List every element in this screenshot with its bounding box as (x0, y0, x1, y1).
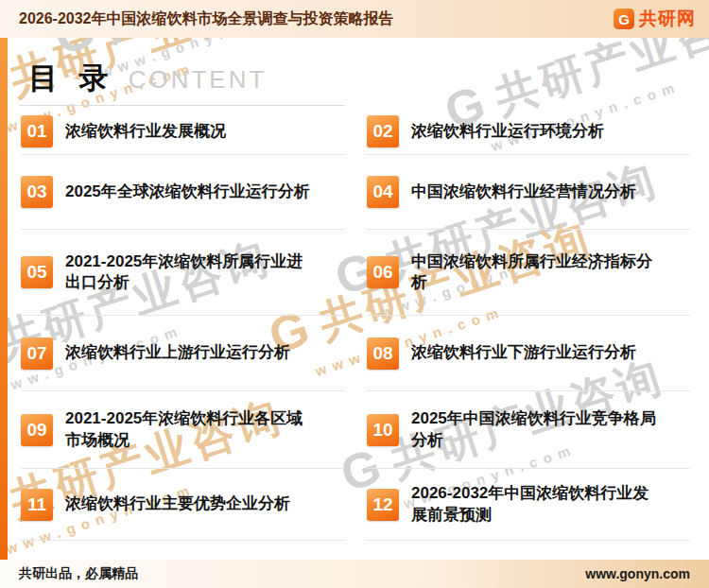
toc-item-number: 07 (21, 337, 53, 370)
header-bar: 2026-2032年中国浓缩饮料市场全景调查与投资策略报告 G 共研网 (0, 0, 709, 38)
toc-item-label: 2021-2025年浓缩饮料所属行业进出口分析 (65, 251, 319, 294)
heading-divider (19, 105, 345, 106)
toc-item-number: 08 (367, 337, 399, 370)
brand-name: 共研网 (639, 7, 696, 31)
toc-item: 10 2025年中国浓缩饮料行业竞争格局分析 (367, 391, 690, 469)
toc-item: 07 浓缩饮料行业上游行业运行分析 (21, 316, 344, 391)
toc-item-number: 11 (21, 489, 53, 521)
toc-item: 12 2026-2032年中国浓缩饮料行业发展前景预测 (367, 469, 690, 541)
toc-heading-row: 目 录 CONTENT (28, 59, 709, 98)
report-toc-page: G共研产业咨询 www.gonyn.com G共研产业咨询 www.gonyn.… (0, 0, 709, 588)
toc-item-label: 浓缩饮料行业上游行业运行分析 (65, 342, 290, 363)
toc-item-label: 2026-2032年中国浓缩饮料行业发展前景预测 (411, 483, 665, 526)
brand-logo: G 共研网 (614, 7, 696, 31)
toc-item-number: 03 (21, 176, 53, 208)
toc-item-number: 10 (367, 414, 399, 446)
toc-item-number: 06 (367, 256, 399, 288)
toc-item-label: 2025年中国浓缩饮料行业竞争格局分析 (411, 408, 665, 451)
toc-item: 06 中国浓缩饮料所属行业经济指标分析 (367, 230, 690, 316)
toc-item: 05 2021-2025年浓缩饮料所属行业进出口分析 (21, 230, 344, 316)
toc-grid: 01 浓缩饮料行业发展概况 02 浓缩饮料行业运行环境分析 03 2025年全球… (21, 109, 690, 541)
toc-heading: 目 录 (28, 59, 115, 98)
toc-item-label: 浓缩饮料行业运行环境分析 (411, 121, 604, 142)
toc-item-number: 09 (21, 414, 53, 446)
brand-logo-icon: G (614, 9, 634, 29)
toc-item-label: 中国浓缩饮料所属行业经济指标分析 (411, 251, 665, 294)
toc-item-label: 2025年全球浓缩饮料行业运行分析 (65, 182, 310, 202)
toc-item-label: 浓缩饮料行业主要优势企业分析 (65, 493, 290, 514)
toc-item: 11 浓缩饮料行业主要优势企业分析 (21, 469, 344, 541)
toc-item: 01 浓缩饮料行业发展概况 (21, 109, 344, 155)
toc-item-number: 04 (367, 176, 399, 208)
report-title: 2026-2032年中国浓缩饮料市场全景调查与投资策略报告 (19, 9, 394, 29)
toc-item: 09 2021-2025年浓缩饮料行业各区域市场概况 (21, 391, 344, 469)
toc-item: 03 2025年全球浓缩饮料行业运行分析 (21, 155, 344, 230)
toc-item: 02 浓缩饮料行业运行环境分析 (367, 109, 690, 155)
toc-item: 04 中国浓缩饮料行业经营情况分析 (367, 155, 690, 230)
toc-item-label: 2021-2025年浓缩饮料行业各区域市场概况 (65, 408, 319, 451)
toc-item-label: 中国浓缩饮料行业经营情况分析 (411, 182, 636, 202)
toc-item-number: 05 (21, 256, 53, 288)
toc-heading-en: CONTENT (129, 65, 268, 95)
toc-item-number: 01 (21, 115, 53, 147)
footer-bar: 共研出品，必属精品 www.gonyn.com (0, 560, 709, 588)
toc-item-number: 02 (367, 115, 399, 147)
footer-slogan: 共研出品，必属精品 (19, 565, 138, 582)
toc-item-label: 浓缩饮料行业下游行业运行分析 (411, 342, 636, 363)
toc-content: 目 录 CONTENT 01 浓缩饮料行业发展概况 02 浓缩饮料行业运行环境分… (0, 38, 709, 560)
footer-url: www.gonyn.com (585, 566, 690, 581)
toc-item-label: 浓缩饮料行业发展概况 (65, 121, 226, 142)
toc-item-number: 12 (367, 489, 399, 521)
toc-item: 08 浓缩饮料行业下游行业运行分析 (367, 316, 690, 391)
